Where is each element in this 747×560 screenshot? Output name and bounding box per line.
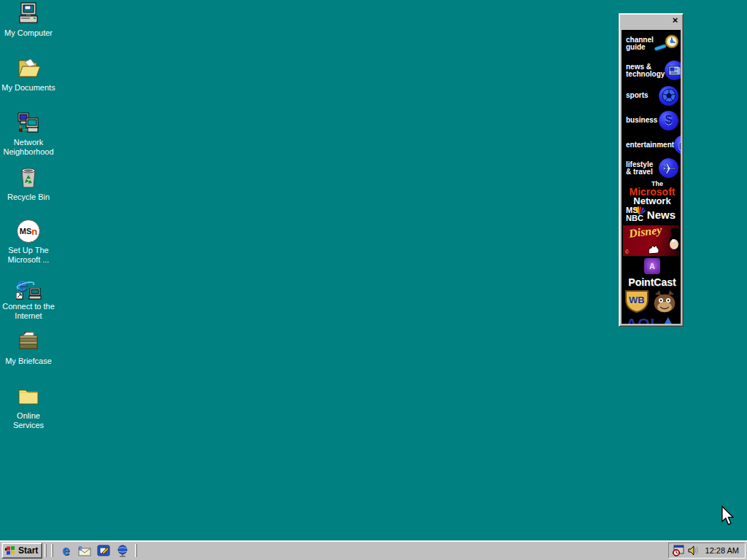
channel-bar-titlebar[interactable]: × (619, 14, 683, 28)
wb-shield-icon: WB (624, 289, 649, 313)
system-tray: 12:28 AM (668, 542, 746, 559)
taskbar: Start e e (0, 540, 747, 560)
taskbar-clock[interactable]: 12:28 AM (703, 546, 739, 555)
channel-item-msn[interactable]: The Microsoft Network (622, 179, 681, 205)
start-label: Start (18, 545, 38, 556)
copyright-glyph: © (625, 249, 629, 254)
msn-setup-icon: MSn (16, 219, 41, 244)
channel-label: news & technology (626, 63, 665, 78)
channel-bar-body: channel guide news & technology (622, 30, 681, 324)
desktop-icon-label: My Computer (0, 28, 57, 38)
channel-item-aol[interactable]: AOL (622, 314, 681, 324)
close-icon[interactable]: × (670, 15, 681, 26)
channel-bar-window: × channel guide news & technology (619, 13, 684, 327)
svg-text:e: e (78, 544, 82, 552)
sports-icon (659, 86, 678, 106)
toolbar-grip[interactable] (51, 544, 53, 557)
aol-triangle-icon (660, 316, 676, 324)
channel-item-wb[interactable]: WB (622, 288, 681, 314)
ie-e-glyph: e (62, 544, 69, 557)
mouse-cursor (721, 505, 734, 525)
mickey-glove-icon (648, 244, 659, 254)
entertainment-icon (674, 135, 681, 155)
launch-internet-explorer-icon[interactable]: e (58, 543, 73, 558)
msnbc-news: News (647, 209, 678, 221)
launch-outlook-express-icon[interactable]: e (77, 543, 92, 558)
volume-tray-icon[interactable] (688, 545, 700, 556)
desktop-icon-online-services[interactable]: Online Services (0, 384, 57, 430)
taz-icon (651, 289, 678, 314)
show-desktop-icon[interactable] (96, 543, 111, 558)
dollar-glyph: $ (665, 113, 672, 128)
view-channels-icon[interactable] (115, 543, 130, 558)
desktop-icon-label: Connect to the Internet (0, 302, 57, 321)
start-button[interactable]: Start (1, 542, 42, 559)
disney-logo-text: Disney (628, 223, 662, 240)
news-technology-icon (665, 61, 681, 80)
desktop-icon-setup-msn[interactable]: MSn Set Up The Microsoft ... (0, 219, 57, 265)
shortcut-arrow-icon (16, 292, 23, 300)
pointcast-a: A (649, 262, 655, 271)
channel-label: business (626, 117, 657, 124)
msnbc-nbc: NBC (626, 214, 647, 222)
desktop-icon-label: Network Neighborhood (0, 138, 57, 157)
desktop-icon-connect-internet[interactable]: e Connect to the Internet (0, 275, 57, 321)
pointcast-icon: A (644, 258, 660, 274)
desktop-icon-label: Online Services (0, 411, 57, 430)
my-documents-icon (16, 56, 41, 81)
channel-item-entertainment[interactable]: entertainment (622, 133, 681, 157)
channel-item-msnbc[interactable]: MS NBC News (622, 205, 681, 225)
nbc-peacock-icon (634, 206, 646, 215)
online-services-folder-icon (16, 384, 41, 409)
toolbar-grip[interactable] (44, 544, 47, 557)
channel-label: channel guide (626, 36, 654, 51)
desktop-icon-label: My Briefcase (0, 357, 57, 366)
msn-n-letter: n (31, 226, 37, 237)
channel-label: sports (626, 92, 649, 99)
business-icon: $ (659, 111, 678, 131)
desktop-icon-network-neighborhood[interactable]: Network Neighborhood (0, 111, 57, 157)
lifestyle-travel-icon (659, 158, 678, 178)
connect-to-internet-icon: e (16, 275, 41, 300)
desktop-icon-label: Recycle Bin (0, 192, 57, 202)
channel-item-disney[interactable]: Disney © (623, 225, 679, 256)
quick-launch-toolbar: e e (55, 543, 133, 558)
aol-logo-text: AOL (626, 315, 660, 324)
desktop-icon-my-computer[interactable]: My Computer (0, 1, 57, 38)
magnifier-icon (654, 31, 678, 56)
channel-label: entertainment (626, 141, 674, 149)
desktop-icon-recycle-bin[interactable]: Recycle Bin (0, 166, 57, 202)
desktop-icon-label: Set Up The Microsoft ... (0, 246, 57, 265)
my-computer-icon (16, 1, 41, 26)
pointcast-icon-row[interactable]: A (622, 257, 681, 276)
desktop-icon-label: My Documents (0, 83, 57, 93)
desktop-icon-my-briefcase[interactable]: My Briefcase (0, 330, 57, 366)
channel-item-business[interactable]: business $ (622, 108, 681, 133)
mickey-face-icon (663, 226, 679, 255)
channel-item-news-technology[interactable]: news & technology (622, 58, 681, 83)
channel-item-pointcast[interactable]: PointCast (622, 276, 681, 288)
windows-logo-icon (4, 545, 16, 556)
wb-letters: WB (624, 295, 649, 306)
recycle-bin-icon (16, 166, 41, 190)
channel-label: lifestyle & travel (626, 161, 653, 176)
channel-item-lifestyle-travel[interactable]: lifestyle & travel (622, 157, 681, 179)
channel-item-channel-guide[interactable]: channel guide (622, 30, 681, 58)
channel-item-sports[interactable]: sports (622, 83, 681, 108)
msn-ms-letters: MS (20, 227, 32, 236)
mini-computer-icon (28, 288, 43, 300)
task-scheduler-tray-icon[interactable] (672, 545, 685, 556)
toolbar-grip[interactable] (135, 544, 137, 557)
my-briefcase-icon (16, 330, 41, 354)
pointcast-logo-text: PointCast (628, 276, 676, 288)
network-neighborhood-icon (16, 111, 41, 136)
desktop-icon-my-documents[interactable]: My Documents (0, 56, 57, 93)
